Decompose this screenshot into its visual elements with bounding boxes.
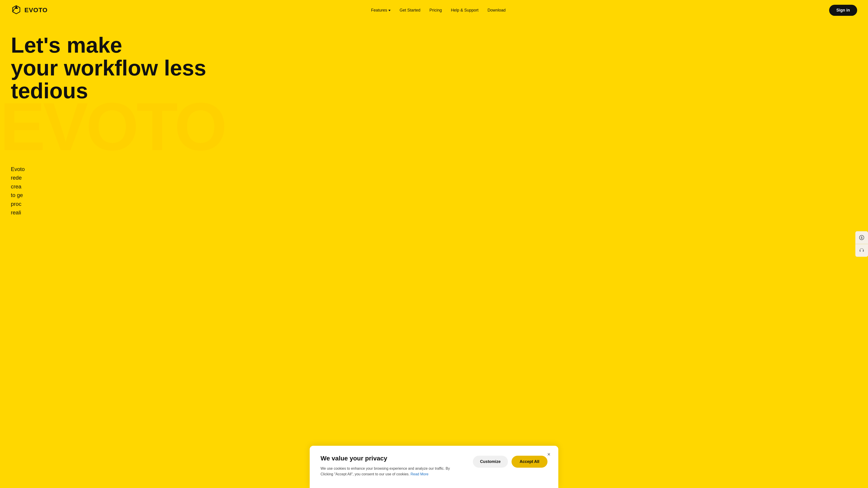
hero-title-line2: your workflow less tedious bbox=[11, 56, 206, 103]
hero-title: Let's make your workflow less tedious bbox=[11, 34, 282, 102]
accept-all-button[interactable]: Accept All bbox=[512, 456, 548, 468]
chevron-down-icon bbox=[388, 10, 391, 11]
nav-links: Features Get Started Pricing Help & Supp… bbox=[371, 8, 506, 13]
hero-title-line1: Let's make bbox=[11, 33, 122, 57]
cookie-description-text: We use cookies to enhance your browsing … bbox=[320, 466, 450, 476]
dollar-icon: $ bbox=[859, 235, 864, 240]
svg-text:$: $ bbox=[861, 236, 863, 239]
cookie-title: We value your privacy bbox=[320, 455, 459, 462]
pricing-side-button[interactable]: $ bbox=[855, 231, 868, 244]
nav-pricing[interactable]: Pricing bbox=[430, 8, 442, 13]
cookie-close-button[interactable]: × bbox=[545, 450, 553, 458]
logo[interactable]: EVOTO bbox=[11, 5, 48, 15]
cookie-actions: Customize Accept All bbox=[473, 456, 548, 468]
cookie-content: We value your privacy We use cookies to … bbox=[320, 455, 459, 477]
nav-features[interactable]: Features bbox=[371, 8, 391, 13]
nav-download[interactable]: Download bbox=[488, 8, 506, 13]
customize-button[interactable]: Customize bbox=[473, 456, 508, 468]
navbar: EVOTO Features Get Started Pricing Help … bbox=[0, 0, 868, 20]
nav-get-started[interactable]: Get Started bbox=[400, 8, 421, 13]
hero-body: Evoto rede crea to ge proc reali bbox=[0, 156, 868, 217]
hero-section: Let's make your workflow less tedious EV… bbox=[0, 20, 868, 156]
hero-description: Evoto rede crea to ge proc reali bbox=[11, 165, 113, 217]
side-buttons: $ bbox=[855, 231, 868, 257]
support-side-button[interactable] bbox=[855, 244, 868, 257]
evoto-logo-icon bbox=[11, 5, 22, 15]
logo-text: EVOTO bbox=[24, 6, 48, 14]
nav-help-support[interactable]: Help & Support bbox=[451, 8, 478, 13]
cookie-banner: × We value your privacy We use cookies t… bbox=[310, 446, 558, 488]
cookie-read-more-link[interactable]: Read More bbox=[410, 472, 428, 476]
signin-button[interactable]: Sign in bbox=[829, 5, 857, 16]
headset-icon bbox=[859, 248, 864, 253]
cookie-description: We use cookies to enhance your browsing … bbox=[320, 466, 456, 477]
